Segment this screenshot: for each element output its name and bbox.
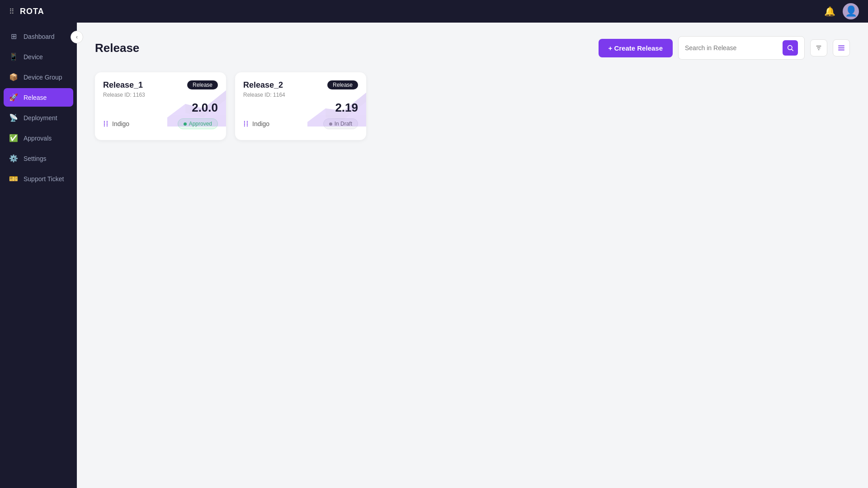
filter-icon: [815, 44, 822, 52]
settings-icon: ⚙️: [9, 154, 18, 163]
card-2-owner: ⁞⁞ Indigo: [243, 119, 269, 129]
card-1-header: Release_1 Release: [103, 80, 218, 90]
svg-point-0: [788, 46, 792, 50]
card-2-title: Release_2: [243, 80, 283, 90]
topbar-right: 🔔 👤: [824, 3, 859, 19]
main-layout: ‹ ⊞ Dashboard 📱 Device 📦 Device Group 🚀 …: [0, 23, 868, 488]
sidebar-item-settings[interactable]: ⚙️ Settings: [0, 148, 77, 169]
card-1-title: Release_1: [103, 80, 143, 90]
card-2-header: Release_2 Release: [243, 80, 358, 90]
create-release-button[interactable]: + Create Release: [599, 39, 673, 57]
sidebar-item-device[interactable]: 📱 Device: [0, 47, 77, 67]
status-label: Approved: [189, 121, 212, 127]
releases-grid: Release_1 Release Release ID: 1163 2.0.0…: [95, 72, 850, 140]
sidebar-item-label: Device: [24, 53, 43, 61]
sidebar-item-label: Release: [24, 94, 47, 101]
grid-icon[interactable]: ⠿: [9, 7, 14, 16]
sidebar-item-label: Approvals: [24, 135, 52, 142]
svg-line-1: [792, 49, 793, 51]
page-title: Release: [95, 41, 139, 55]
release-icon: 🚀: [9, 93, 18, 102]
dashboard-icon: ⊞: [9, 32, 18, 41]
sidebar-collapse-button[interactable]: ‹: [71, 31, 83, 43]
notification-bell-icon[interactable]: 🔔: [824, 6, 835, 17]
user-avatar[interactable]: 👤: [843, 3, 859, 19]
card-2-footer: ⁞⁞ Indigo In Draft: [243, 118, 358, 129]
sidebar: ‹ ⊞ Dashboard 📱 Device 📦 Device Group 🚀 …: [0, 23, 77, 488]
search-box: [678, 36, 805, 60]
card-1-status-badge: Approved: [178, 118, 218, 129]
sidebar-item-label: Support Ticket: [24, 175, 64, 183]
sidebar-item-support-ticket[interactable]: 🎫 Support Ticket: [0, 169, 77, 189]
status-dot: [184, 122, 187, 126]
sidebar-item-device-group[interactable]: 📦 Device Group: [0, 67, 77, 87]
sidebar-item-label: Dashboard: [24, 33, 55, 40]
status-dot: [329, 122, 332, 126]
card-1-version: 2.0.0: [103, 101, 218, 115]
search-input[interactable]: [685, 44, 779, 52]
owner-name: Indigo: [252, 120, 269, 127]
sidebar-item-release[interactable]: 🚀 Release: [4, 88, 73, 107]
sidebar-item-label: Deployment: [24, 114, 57, 122]
release-card-1[interactable]: Release_1 Release Release ID: 1163 2.0.0…: [95, 72, 226, 140]
search-button[interactable]: [783, 40, 798, 56]
avatar-image: 👤: [845, 5, 857, 17]
card-2-version: 2.19: [243, 101, 358, 115]
card-1-badge: Release: [187, 80, 218, 89]
page-header: Release + Create Release: [95, 36, 850, 60]
topbar: ⠿ ROTA 🔔 👤: [0, 0, 868, 23]
list-view-icon: [837, 44, 845, 52]
owner-icon: ⁞⁞: [243, 119, 249, 129]
sidebar-item-label: Device Group: [24, 74, 62, 81]
topbar-left: ⠿ ROTA: [9, 7, 44, 16]
card-1-release-id: Release ID: 1163: [103, 92, 218, 98]
list-view-button[interactable]: [833, 39, 850, 56]
owner-name: Indigo: [112, 120, 129, 127]
device-icon: 📱: [9, 52, 18, 61]
sidebar-item-label: Settings: [24, 155, 47, 162]
support-ticket-icon: 🎫: [9, 174, 18, 183]
card-2-status-badge: In Draft: [323, 118, 358, 129]
filter-button[interactable]: [810, 39, 827, 56]
sidebar-item-approvals[interactable]: ✅ Approvals: [0, 128, 77, 148]
card-1-footer: ⁞⁞ Indigo Approved: [103, 118, 218, 129]
app-logo: ROTA: [20, 7, 44, 16]
header-actions: + Create Release: [599, 36, 850, 60]
search-icon: [787, 44, 794, 52]
card-2-badge: Release: [327, 80, 358, 89]
status-label: In Draft: [335, 121, 352, 127]
sidebar-item-dashboard[interactable]: ⊞ Dashboard: [0, 26, 77, 47]
main-content: Release + Create Release: [77, 23, 868, 488]
sidebar-item-deployment[interactable]: 📡 Deployment: [0, 108, 77, 128]
device-group-icon: 📦: [9, 73, 18, 81]
deployment-icon: 📡: [9, 113, 18, 122]
release-card-2[interactable]: Release_2 Release Release ID: 1164 2.19 …: [235, 72, 366, 140]
card-2-release-id: Release ID: 1164: [243, 92, 358, 98]
owner-icon: ⁞⁞: [103, 119, 108, 129]
approvals-icon: ✅: [9, 134, 18, 142]
card-1-owner: ⁞⁞ Indigo: [103, 119, 129, 129]
